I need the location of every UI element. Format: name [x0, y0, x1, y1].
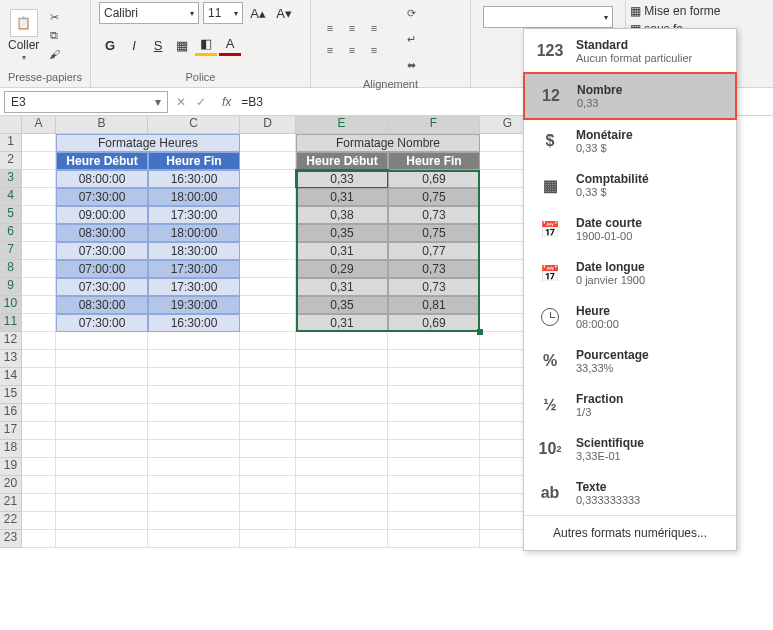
data-cell[interactable]: 0,75: [388, 224, 480, 242]
cell[interactable]: [240, 512, 296, 530]
cell[interactable]: [22, 170, 56, 188]
cell[interactable]: [296, 350, 388, 368]
data-cell[interactable]: 0,73: [388, 206, 480, 224]
data-cell[interactable]: 07:30:00: [56, 278, 148, 296]
data-cell[interactable]: 0,33: [296, 170, 388, 188]
row-header[interactable]: 8: [0, 260, 22, 278]
cell[interactable]: [56, 368, 148, 386]
cell[interactable]: [388, 386, 480, 404]
cell[interactable]: [296, 368, 388, 386]
cell[interactable]: [296, 404, 388, 422]
align-center-icon[interactable]: ≡: [341, 39, 363, 61]
row-header[interactable]: 15: [0, 386, 22, 404]
cell[interactable]: [22, 386, 56, 404]
paste-label[interactable]: Coller: [8, 38, 39, 52]
data-cell[interactable]: 08:00:00: [56, 170, 148, 188]
cell[interactable]: [22, 476, 56, 494]
font-name-dropdown[interactable]: Calibri▾: [99, 2, 199, 24]
cell[interactable]: [388, 350, 480, 368]
data-cell[interactable]: 0,73: [388, 260, 480, 278]
copy-icon[interactable]: ⧉: [45, 29, 63, 43]
cell[interactable]: [22, 440, 56, 458]
cell[interactable]: [148, 386, 240, 404]
more-formats-link[interactable]: Autres formats numériques...: [524, 515, 736, 550]
data-cell[interactable]: 0,35: [296, 224, 388, 242]
data-cell[interactable]: 09:00:00: [56, 206, 148, 224]
cell[interactable]: [240, 278, 296, 296]
cell[interactable]: [56, 440, 148, 458]
cell[interactable]: [22, 242, 56, 260]
data-cell[interactable]: 08:30:00: [56, 224, 148, 242]
row-header[interactable]: 23: [0, 530, 22, 548]
cell[interactable]: [56, 386, 148, 404]
row-header[interactable]: 14: [0, 368, 22, 386]
cell[interactable]: [22, 188, 56, 206]
row-header[interactable]: 2: [0, 152, 22, 170]
row-header[interactable]: 18: [0, 440, 22, 458]
data-cell[interactable]: 0,38: [296, 206, 388, 224]
format-option-fraction[interactable]: ½Fraction 1/3: [524, 383, 736, 427]
bold-button[interactable]: G: [99, 34, 121, 56]
row-header[interactable]: 1: [0, 134, 22, 152]
format-option-standard[interactable]: 123StandardAucun format particulier: [524, 29, 736, 73]
col-header[interactable]: B: [56, 116, 148, 134]
cell[interactable]: [388, 404, 480, 422]
col-header[interactable]: C: [148, 116, 240, 134]
data-cell[interactable]: 17:30:00: [148, 260, 240, 278]
format-option-date-courte[interactable]: 📅Date courte1900-01-00: [524, 207, 736, 251]
number-format-dropdown[interactable]: ▾: [483, 6, 613, 28]
cell[interactable]: [148, 368, 240, 386]
cell[interactable]: [148, 530, 240, 548]
cell[interactable]: [22, 296, 56, 314]
name-box[interactable]: E3▾: [4, 91, 168, 113]
cell[interactable]: [388, 422, 480, 440]
data-cell[interactable]: 0,35: [296, 296, 388, 314]
row-header[interactable]: 10: [0, 296, 22, 314]
row-header[interactable]: 19: [0, 458, 22, 476]
format-option-monétaire[interactable]: $Monétaire0,33 $: [524, 119, 736, 163]
row-header[interactable]: 6: [0, 224, 22, 242]
cell[interactable]: [240, 368, 296, 386]
data-cell[interactable]: 17:30:00: [148, 278, 240, 296]
cell[interactable]: [22, 458, 56, 476]
cell[interactable]: [56, 512, 148, 530]
data-cell[interactable]: 0,29: [296, 260, 388, 278]
data-cell[interactable]: 0,31: [296, 314, 388, 332]
cell[interactable]: [240, 494, 296, 512]
format-option-date-longue[interactable]: 📅Date longue0 janvier 1900: [524, 251, 736, 295]
cell[interactable]: [22, 404, 56, 422]
data-cell[interactable]: 07:30:00: [56, 242, 148, 260]
cell[interactable]: [56, 530, 148, 548]
chevron-down-icon[interactable]: ▾: [22, 53, 26, 62]
confirm-icon[interactable]: ✓: [196, 95, 206, 109]
cell[interactable]: [56, 332, 148, 350]
col-header[interactable]: F: [388, 116, 480, 134]
cell[interactable]: [22, 350, 56, 368]
row-header[interactable]: 16: [0, 404, 22, 422]
cell[interactable]: [296, 512, 388, 530]
data-cell[interactable]: 0,31: [296, 278, 388, 296]
cell[interactable]: [240, 332, 296, 350]
cell[interactable]: [240, 314, 296, 332]
cell[interactable]: [240, 350, 296, 368]
cell[interactable]: [296, 422, 388, 440]
cell[interactable]: [56, 494, 148, 512]
col-header[interactable]: D: [240, 116, 296, 134]
row-header[interactable]: 20: [0, 476, 22, 494]
data-cell[interactable]: 16:30:00: [148, 314, 240, 332]
cell[interactable]: [240, 386, 296, 404]
data-cell[interactable]: 08:30:00: [56, 296, 148, 314]
row-header[interactable]: 13: [0, 350, 22, 368]
data-cell[interactable]: 0,81: [388, 296, 480, 314]
cell[interactable]: [388, 512, 480, 530]
cell[interactable]: [388, 458, 480, 476]
underline-button[interactable]: S: [147, 34, 169, 56]
cell[interactable]: [388, 368, 480, 386]
cell[interactable]: [22, 530, 56, 548]
cell[interactable]: [22, 368, 56, 386]
cell[interactable]: [22, 422, 56, 440]
font-size-dropdown[interactable]: 11▾: [203, 2, 243, 24]
row-header[interactable]: 11: [0, 314, 22, 332]
data-cell[interactable]: 07:00:00: [56, 260, 148, 278]
cell[interactable]: [22, 206, 56, 224]
